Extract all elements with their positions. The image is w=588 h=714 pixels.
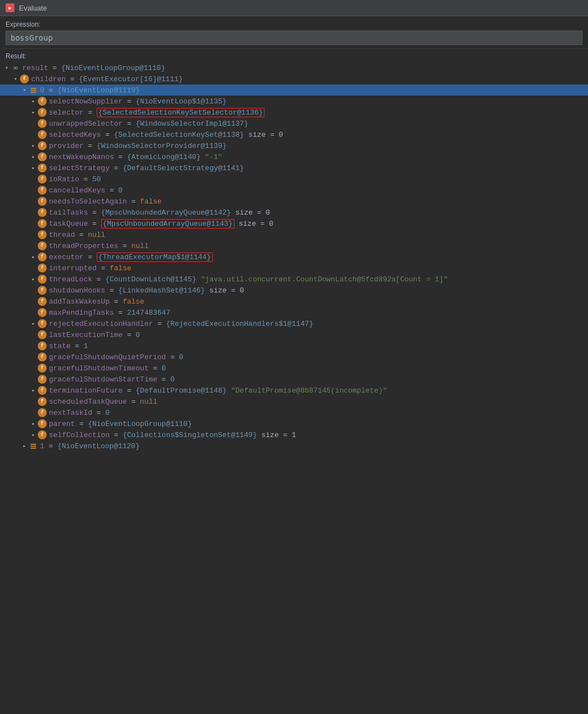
expand-arrow <box>29 364 38 373</box>
tree-row[interactable]: fthread = null <box>0 229 588 240</box>
field-icon: f <box>38 397 47 406</box>
field-icon: f <box>38 319 47 328</box>
expand-arrow[interactable]: ▸ <box>29 163 38 172</box>
expand-arrow <box>29 219 38 228</box>
tree-row[interactable]: funwrappedSelector = {WindowsSelectorImp… <box>0 118 588 129</box>
app-icon: ▶ <box>6 3 14 12</box>
tree-row[interactable]: fgracefulShutdownStartTime = 0 <box>0 374 588 385</box>
field-icon: f <box>38 241 47 250</box>
tree-row[interactable]: ▸fselectStrategy = {DefaultSelectStrateg… <box>0 162 588 173</box>
field-icon: f <box>38 197 47 206</box>
expand-arrow[interactable]: ▾ <box>20 86 29 95</box>
tree-row[interactable]: fgracefulShutdownQuietPeriod = 0 <box>0 351 588 363</box>
field-icon: f <box>38 419 47 428</box>
tree-row[interactable]: ftailTasks = {MpscUnboundedArrayQueue@11… <box>0 207 588 218</box>
expand-arrow[interactable]: ▸ <box>29 275 38 284</box>
expand-arrow[interactable]: ▸ <box>29 319 38 328</box>
expand-arrow[interactable]: ▸ <box>29 97 38 106</box>
expand-arrow <box>29 119 38 128</box>
key-name: selectedKeys <box>49 131 101 139</box>
svg-rect-4 <box>31 446 36 447</box>
tree-row[interactable]: ▸ 1 = {NioEventLoop@1120} <box>0 440 588 452</box>
key-name: nextTaskId <box>49 409 92 417</box>
key-name: terminationFuture <box>49 386 123 395</box>
expand-arrow[interactable]: ▸ <box>29 430 38 439</box>
key-name: gracefulShutdownQuietPeriod <box>49 353 166 361</box>
key-name: addTaskWakesUp <box>49 298 109 306</box>
tree-row[interactable]: ▾fchildren = {EventExecutor[16]@1111} <box>0 73 588 85</box>
expand-arrow[interactable]: ▾ <box>2 63 11 72</box>
key-name: executor <box>49 253 83 261</box>
key-name: ioRatio <box>49 175 79 184</box>
key-name: thread <box>49 231 75 239</box>
tree-row[interactable]: ftaskQueue = {MpscUnboundedArrayQueue@11… <box>0 218 588 229</box>
tree-row[interactable]: fgracefulShutdownTimeout = 0 <box>0 363 588 374</box>
expression-input[interactable] <box>6 31 582 45</box>
title-bar: ▶ Evaluate <box>0 0 588 16</box>
field-icon: f <box>38 364 47 373</box>
field-icon: f <box>38 119 47 128</box>
field-icon: f <box>38 130 47 139</box>
expand-arrow[interactable]: ▾ <box>11 75 20 83</box>
svg-rect-3 <box>31 444 36 445</box>
key-name: state <box>49 342 71 350</box>
expand-arrow[interactable]: ▸ <box>29 252 38 261</box>
tree-row[interactable]: ▸fterminationFuture = {DefaultPromise@11… <box>0 385 588 396</box>
tree-row[interactable]: fioRatio = 50 <box>0 173 588 185</box>
tree-row[interactable]: ▸fselfCollection = {Collections$Singleto… <box>0 429 588 440</box>
tree-row[interactable]: fthreadProperties = null <box>0 240 588 251</box>
expand-arrow <box>29 264 38 272</box>
key-name: gracefulShutdownStartTime <box>49 375 157 384</box>
tree-row[interactable]: fmaxPendingTasks = 2147483647 <box>0 307 588 318</box>
tree-row[interactable]: ▸fexecutor = {ThreadExecutorMap$1@1144} <box>0 251 588 262</box>
field-icon: f <box>38 408 47 417</box>
tree-row[interactable]: fshutdownHooks = {LinkedHashSet@1146} si… <box>0 285 588 296</box>
expand-arrow[interactable]: ▸ <box>20 442 29 450</box>
tree-row[interactable]: fnextTaskId = 0 <box>0 407 588 418</box>
expand-arrow[interactable]: ▸ <box>29 386 38 395</box>
tree-row[interactable]: fselectedKeys = {SelectedSelectionKeySet… <box>0 129 588 140</box>
field-icon: f <box>38 108 47 117</box>
tree-row[interactable]: flastExecutionTime = 0 <box>0 329 588 340</box>
key-name: rejectedExecutionHandler <box>49 320 153 328</box>
tree-row[interactable]: ▾∞result = {NioEventLoopGroup@1110} <box>0 62 588 73</box>
result-section: Result: ▾∞result = {NioEventLoopGroup@11… <box>0 49 588 452</box>
tree-row[interactable]: ▸fparent = {NioEventLoopGroup@1110} <box>0 418 588 429</box>
key-name: children <box>31 75 66 83</box>
key-name: shutdownHooks <box>49 286 105 295</box>
expression-label: Expression: <box>6 21 582 28</box>
tree-row[interactable]: ▸fselector = {SelectedSelectionKeySetSel… <box>0 107 588 118</box>
tree-row[interactable]: faddTaskWakesUp = false <box>0 296 588 307</box>
tree-row[interactable]: ▸fthreadLock = {CountDownLatch@1145} "ja… <box>0 274 588 285</box>
field-icon: f <box>38 353 47 361</box>
tree-row[interactable]: ▸fprovider = {WindowsSelectorProvider@11… <box>0 140 588 151</box>
field-icon: f <box>38 186 47 195</box>
key-name: provider <box>49 142 83 150</box>
field-icon: f <box>38 275 47 284</box>
red-box-highlight: {MpscUnboundedArrayQueue@1143} <box>101 219 235 229</box>
expand-arrow[interactable]: ▸ <box>29 141 38 150</box>
key-name: selector <box>49 108 83 117</box>
tree-row[interactable]: fneedsToSelectAgain = false <box>0 196 588 207</box>
expand-arrow[interactable]: ▸ <box>29 108 38 117</box>
tree-row[interactable]: ▾ 0 = {NioEventLoop@1119} <box>0 85 588 96</box>
tree-row[interactable]: fcancelledKeys = 0 <box>0 185 588 196</box>
red-box-highlight: {ThreadExecutorMap$1@1144} <box>97 252 213 262</box>
tree-row[interactable]: ▸fselectNowSupplier = {NioEventLoop$1@11… <box>0 96 588 107</box>
field-icon: f <box>38 375 47 384</box>
field-icon: f <box>20 75 29 83</box>
tree-row[interactable]: ▸frejectedExecutionHandler = {RejectedEx… <box>0 318 588 329</box>
key-name: selfCollection <box>49 431 109 439</box>
tree-row[interactable]: fstate = 1 <box>0 340 588 351</box>
expand-arrow[interactable]: ▸ <box>29 419 38 428</box>
tree-row[interactable]: finterrupted = false <box>0 262 588 274</box>
expand-arrow <box>29 286 38 295</box>
expand-arrow[interactable]: ▸ <box>29 152 38 161</box>
key-name: 1 <box>40 442 44 450</box>
tree-row[interactable]: ▸fnextWakeupNanos = {AtomicLong@1140} "-… <box>0 151 588 162</box>
expand-arrow <box>29 230 38 239</box>
tree-row[interactable]: fscheduledTaskQueue = null <box>0 396 588 407</box>
expand-arrow <box>29 341 38 350</box>
title-text: Evaluate <box>19 4 47 12</box>
expand-arrow <box>29 197 38 206</box>
